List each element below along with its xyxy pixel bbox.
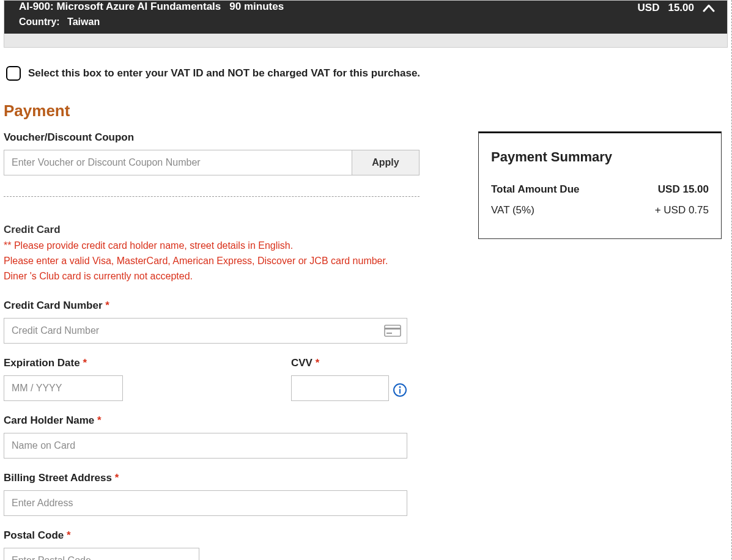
country-value: Taiwan — [67, 17, 100, 27]
chevron-up-icon[interactable] — [703, 4, 715, 12]
expiration-label: Expiration Date — [4, 357, 80, 369]
cc-number-input[interactable] — [4, 318, 407, 344]
svg-point-4 — [399, 386, 401, 388]
payment-heading: Payment — [4, 101, 731, 120]
required-mark: * — [105, 300, 109, 311]
total-amount-value: USD 15.00 — [658, 183, 709, 196]
credit-card-section-title: Credit Card — [4, 224, 420, 236]
required-mark: * — [97, 414, 102, 426]
required-mark: * — [67, 529, 71, 541]
voucher-input[interactable] — [4, 150, 352, 175]
order-currency: USD — [638, 2, 660, 14]
payment-summary-panel: Payment Summary Total Amount Due USD 15.… — [478, 131, 722, 239]
payment-summary-title: Payment Summary — [491, 149, 709, 165]
card-holder-label: Card Holder Name — [4, 414, 94, 426]
vat-amount-value: + USD 0.75 — [655, 204, 709, 216]
credit-card-warning: ** Please provide credit card holder nam… — [4, 238, 420, 284]
vat-checkbox-label: Select this box to enter your VAT ID and… — [28, 67, 420, 79]
vat-checkbox[interactable] — [6, 66, 21, 81]
credit-card-icon — [384, 325, 401, 337]
card-holder-input[interactable] — [4, 433, 407, 459]
country-label: Country: — [19, 17, 60, 27]
svg-rect-0 — [385, 325, 401, 336]
svg-rect-5 — [399, 389, 401, 394]
required-mark: * — [316, 357, 320, 369]
voucher-label: Voucher/Discount Coupon — [4, 131, 420, 144]
apply-button[interactable]: Apply — [352, 150, 420, 175]
postal-code-input[interactable] — [4, 548, 199, 560]
cvv-input[interactable] — [291, 375, 389, 401]
billing-address-label: Billing Street Address — [4, 472, 112, 484]
expiration-input[interactable] — [4, 375, 123, 401]
total-amount-label: Total Amount Due — [491, 183, 579, 196]
cc-number-label: Credit Card Number — [4, 300, 103, 311]
cvv-label: CVV — [291, 357, 312, 369]
svg-rect-1 — [385, 328, 401, 330]
postal-code-label: Postal Code — [4, 529, 64, 541]
vat-amount-label: VAT (5%) — [491, 204, 534, 216]
required-mark: * — [83, 357, 87, 369]
svg-rect-2 — [386, 333, 392, 334]
exam-duration: 90 minutes — [229, 1, 284, 13]
order-header[interactable]: AI-900: Microsoft Azure AI Fundamentals … — [4, 1, 727, 34]
order-price: 15.00 — [668, 2, 694, 14]
required-mark: * — [115, 472, 119, 484]
exam-title: AI-900: Microsoft Azure AI Fundamentals — [19, 1, 221, 13]
section-divider — [4, 196, 420, 197]
order-panel: AI-900: Microsoft Azure AI Fundamentals … — [4, 0, 728, 48]
billing-address-input[interactable] — [4, 490, 407, 516]
info-icon[interactable] — [393, 383, 407, 397]
